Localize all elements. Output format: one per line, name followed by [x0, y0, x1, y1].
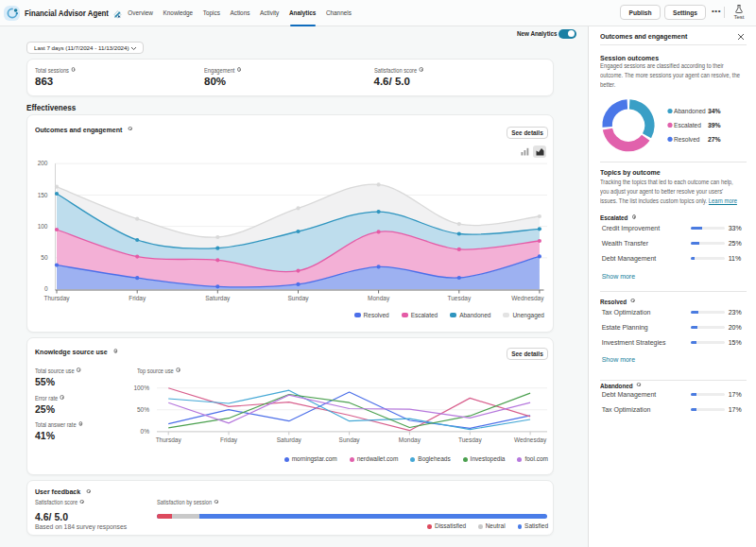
svg-text:Wednesday: Wednesday	[514, 436, 547, 444]
svg-text:50: 50	[41, 254, 48, 261]
svg-text:Sunday: Sunday	[287, 294, 309, 301]
svg-text:0%: 0%	[141, 428, 150, 435]
svg-text:Sunday: Sunday	[339, 436, 361, 444]
svg-text:0: 0	[44, 285, 48, 292]
svg-text:100%: 100%	[133, 385, 149, 391]
svg-text:Monday: Monday	[399, 436, 421, 444]
svg-text:Tuesday: Tuesday	[447, 294, 471, 301]
svg-text:Wednesday: Wednesday	[511, 294, 544, 301]
svg-text:Friday: Friday	[129, 294, 146, 301]
svg-text:50%: 50%	[137, 406, 149, 413]
svg-text:Monday: Monday	[368, 294, 390, 301]
svg-text:Thursday: Thursday	[43, 294, 70, 301]
svg-text:Saturday: Saturday	[205, 294, 231, 301]
svg-text:Tuesday: Tuesday	[458, 436, 482, 444]
svg-text:200: 200	[38, 160, 48, 166]
svg-text:Friday: Friday	[220, 436, 238, 444]
svg-text:Thursday: Thursday	[156, 436, 182, 444]
svg-text:150: 150	[38, 191, 48, 197]
svg-text:Saturday: Saturday	[277, 436, 302, 444]
svg-text:100: 100	[38, 222, 48, 229]
